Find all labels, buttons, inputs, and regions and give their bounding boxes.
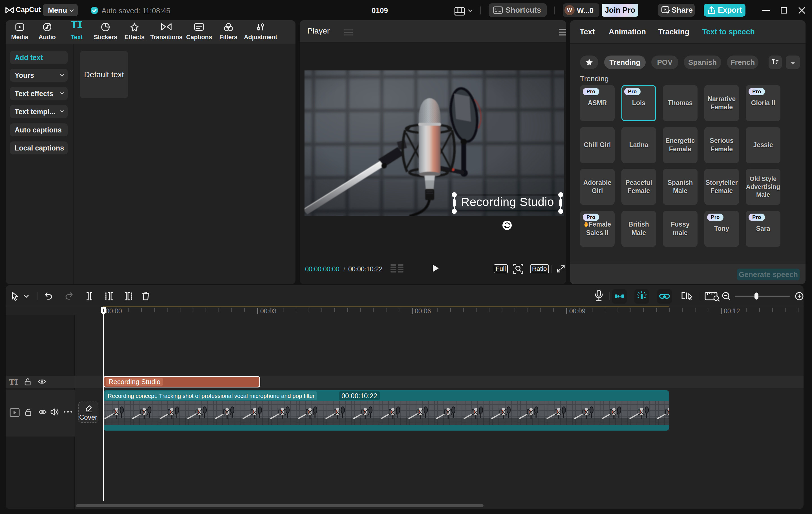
svg-text:00:06: 00:06 — [415, 307, 431, 315]
svg-text:00:00: 00:00 — [106, 307, 122, 315]
svg-text:00:12: 00:12 — [724, 307, 740, 315]
svg-text:00:09: 00:09 — [569, 307, 586, 315]
svg-text:00:03: 00:03 — [260, 307, 277, 315]
